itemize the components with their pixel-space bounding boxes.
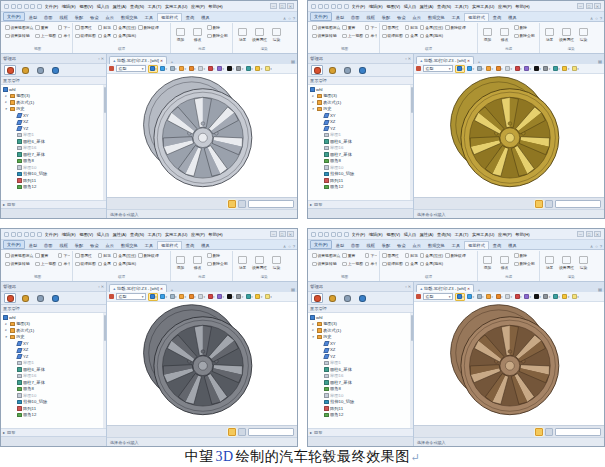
window-control-button[interactable]: ✕: [594, 231, 601, 237]
window-control-button[interactable]: □: [279, 3, 286, 9]
ribbon-tab[interactable]: 装配: [72, 242, 86, 249]
light-toggle-icon[interactable]: ▾: [486, 294, 494, 300]
command-input[interactable]: [248, 200, 294, 208]
ribbon-tab[interactable]: 文件(F): [310, 12, 332, 21]
environment-combo[interactable]: 造型 ▾: [423, 293, 453, 300]
command-input[interactable]: [248, 428, 294, 436]
environment-combo[interactable]: 造型 ▾: [116, 65, 146, 72]
menu-item[interactable]: 查询(N): [437, 232, 451, 237]
background-icon[interactable]: ▾: [198, 66, 206, 72]
ribbon-button[interactable]: 删除全部: [514, 32, 535, 41]
window-control-button[interactable]: ✕: [594, 3, 601, 9]
ribbon-button[interactable]: 删除: [207, 251, 228, 260]
ribbon-button[interactable]: 删除纹理: [138, 23, 159, 32]
ribbon-tab[interactable]: 装配: [72, 14, 86, 21]
window-control-button[interactable]: □: [586, 3, 593, 9]
tree-scrollbar-thumb[interactable]: [104, 315, 106, 341]
environment-combo[interactable]: 造型 ▾: [116, 293, 146, 300]
assembly-manager-tab[interactable]: [19, 293, 31, 303]
view-orient-icon[interactable]: ▾: [148, 65, 158, 73]
tree-item[interactable]: 圆角12: [1, 412, 106, 419]
assembly-manager-tab[interactable]: [19, 65, 31, 75]
help-icon[interactable]: ?: [293, 16, 295, 21]
minimize-ribbon-icon[interactable]: ∧: [590, 244, 593, 249]
display-mode-icon[interactable]: ▾: [467, 66, 475, 72]
ribbon-tab[interactable]: 钣金: [87, 14, 101, 21]
tree-expander-icon[interactable]: [312, 328, 316, 332]
tree-item[interactable]: 圆角12: [308, 184, 413, 191]
ribbon-button[interactable]: 金属: [98, 32, 111, 41]
ribbon-tab[interactable]: 视觉样式: [157, 241, 182, 249]
ribbon-button[interactable]: 设置视图原点: [5, 23, 33, 32]
ribbon-button[interactable]: 上一视图: [35, 260, 56, 269]
open-file-icon[interactable]: [324, 4, 329, 9]
section-view-icon[interactable]: ▾: [207, 294, 215, 300]
gray-color-swatch[interactable]: ▾: [543, 66, 551, 72]
menu-item[interactable]: 插入(I): [404, 4, 416, 9]
open-file-icon[interactable]: [17, 232, 22, 237]
panel-float-icon[interactable]: ▫: [98, 284, 99, 289]
ribbon-tab[interactable]: 点云: [410, 14, 424, 21]
display-mode-icon[interactable]: ▾: [160, 294, 168, 300]
wheel-render-bronze[interactable]: [443, 303, 575, 425]
ribbon-button[interactable]: 修改: [190, 251, 205, 275]
tree-expander-icon[interactable]: [5, 107, 9, 111]
ribbon-tab[interactable]: 曲面: [348, 14, 362, 21]
document-tab[interactable]: + 轮毂-3D打印.Z3 - [whl] ×: [109, 56, 167, 64]
ribbon-button[interactable]: 删除纹理: [445, 251, 466, 260]
ribbon-button[interactable]: 渲染: [576, 251, 591, 275]
ribbon-button[interactable]: 纹理贴图: [75, 32, 96, 41]
redo-icon[interactable]: [344, 4, 349, 9]
bulb-on-icon[interactable]: ▾: [562, 66, 570, 72]
ribbon-button[interactable]: 纹理贴图: [382, 260, 403, 269]
ribbon-tab[interactable]: 模具: [198, 14, 212, 21]
menu-item[interactable]: 编辑(E): [62, 4, 76, 9]
ribbon-button[interactable]: 金属(抛光): [420, 260, 443, 269]
ribbon-button[interactable]: 面属性: [382, 251, 403, 260]
visual-manager-tab[interactable]: [34, 65, 46, 75]
visual-manager-tab[interactable]: [341, 65, 353, 75]
search-icon[interactable]: ○: [595, 244, 598, 249]
ribbon-button[interactable]: 单个: [365, 32, 377, 41]
render-mode-icon[interactable]: ▾: [188, 294, 196, 300]
panel-float-icon[interactable]: ▫: [98, 56, 99, 61]
help-icon[interactable]: ?: [293, 244, 295, 249]
zw3d-logo-icon[interactable]: [4, 232, 9, 237]
playback-section[interactable]: ▸ 回放: [1, 200, 106, 208]
ribbon-button[interactable]: 金属(抛光): [420, 32, 443, 41]
tree-expander-icon[interactable]: [5, 94, 9, 98]
ribbon-button[interactable]: 金属(拉丝): [113, 23, 136, 32]
visual-manager-tab[interactable]: [341, 293, 353, 303]
ribbon-button[interactable]: 重置: [342, 23, 363, 32]
display-mode-icon[interactable]: ▾: [467, 294, 475, 300]
ribbon-button[interactable]: 面属性: [75, 23, 96, 32]
menu-item[interactable]: 插入(I): [97, 232, 109, 237]
view-orient-icon[interactable]: ▾: [455, 293, 465, 301]
ribbon-button[interactable]: 设置属性: [559, 251, 574, 275]
command-input[interactable]: [555, 428, 601, 436]
tree-scrollbar-thumb[interactable]: [104, 87, 106, 113]
render-mode-icon[interactable]: ▾: [188, 66, 196, 72]
ribbon-tab[interactable]: 装配: [379, 242, 393, 249]
visual-manager-tab[interactable]: [34, 293, 46, 303]
black-color-swatch[interactable]: ▾: [226, 294, 234, 300]
black-color-swatch[interactable]: ▾: [533, 66, 541, 72]
bulb-on-icon[interactable]: ▾: [562, 294, 570, 300]
ribbon-button[interactable]: 设置旋转轴: [5, 260, 33, 269]
ribbon-tab[interactable]: 造型: [333, 242, 347, 249]
ribbon-tab[interactable]: 视觉样式: [464, 241, 489, 249]
ribbon-button[interactable]: 下一视图: [58, 251, 70, 260]
ribbon-button[interactable]: 纹理贴图: [75, 260, 96, 269]
material-icon[interactable]: ▾: [552, 66, 560, 72]
panel-float-icon[interactable]: ▫: [405, 284, 406, 289]
open-file-icon[interactable]: [17, 4, 22, 9]
menu-item[interactable]: 实用工具(U): [472, 4, 495, 9]
ribbon-tab[interactable]: 曲面: [41, 14, 55, 21]
panel-close-icon[interactable]: ✕: [101, 284, 104, 289]
menu-item[interactable]: 应用(P): [498, 4, 512, 9]
view-orient-icon[interactable]: ▾: [148, 293, 158, 301]
ribbon-tab[interactable]: 线框: [363, 14, 377, 21]
ribbon-tab[interactable]: 钣金: [87, 242, 101, 249]
ribbon-tab[interactable]: 文件(F): [3, 240, 25, 249]
menu-item[interactable]: 编辑(E): [369, 232, 383, 237]
